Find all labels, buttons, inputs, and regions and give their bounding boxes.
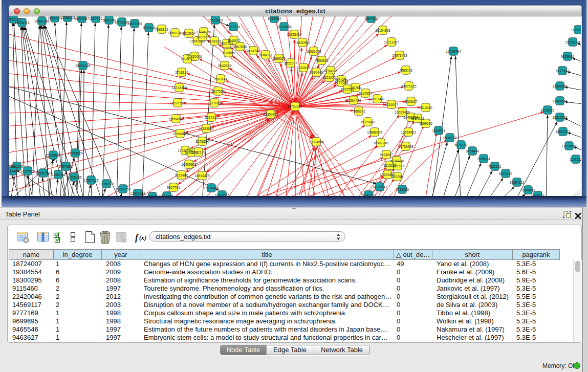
svg-text:1145194: 1145194 (52, 173, 65, 177)
svg-text:8454749: 8454749 (247, 49, 260, 53)
svg-text:12093852: 12093852 (552, 84, 568, 88)
svg-text:12213369: 12213369 (171, 86, 187, 90)
svg-text:9227342: 9227342 (556, 69, 569, 73)
svg-text:19218506: 19218506 (276, 25, 292, 29)
svg-text:10973493: 10973493 (392, 54, 407, 57)
svg-text:19654982: 19654982 (168, 117, 184, 121)
svg-text:12444154: 12444154 (552, 99, 568, 103)
svg-text:3267110: 3267110 (205, 116, 218, 119)
svg-text:2742120: 2742120 (192, 150, 205, 154)
svg-text:18640910: 18640910 (295, 41, 310, 45)
svg-text:9329966: 9329966 (561, 55, 574, 58)
svg-text:5984221: 5984221 (411, 117, 424, 120)
svg-text:f: f (135, 232, 139, 243)
svg-text:2718126: 2718126 (175, 71, 188, 74)
svg-text:1527602: 1527602 (89, 17, 102, 20)
svg-text:9857791: 9857791 (167, 186, 180, 189)
svg-text:9327505: 9327505 (220, 42, 233, 46)
svg-text:7485003: 7485003 (399, 69, 412, 72)
svg-text:11353594: 11353594 (199, 127, 214, 130)
svg-text:6466160: 6466160 (102, 18, 116, 22)
svg-text:1167533: 1167533 (569, 158, 581, 161)
svg-text:18907249: 18907249 (373, 141, 388, 145)
svg-text:1327506: 1327506 (196, 35, 209, 39)
svg-text:15716485: 15716485 (204, 186, 219, 190)
svg-text:9448514: 9448514 (531, 194, 545, 196)
svg-text:1640954: 1640954 (432, 129, 445, 133)
svg-text:3822037: 3822037 (284, 61, 297, 65)
svg-text:1733426: 1733426 (396, 188, 409, 191)
svg-text:16648784: 16648784 (446, 50, 461, 53)
svg-text:16154808: 16154808 (375, 29, 390, 32)
svg-text:2367608: 2367608 (233, 45, 247, 49)
svg-text:15751074: 15751074 (565, 40, 580, 44)
svg-text:16409948: 16409948 (181, 163, 197, 166)
svg-text:7663822: 7663822 (155, 28, 168, 31)
svg-text:20691406: 20691406 (34, 19, 50, 23)
svg-text:19756928: 19756928 (398, 145, 413, 148)
svg-text:16543352: 16543352 (190, 39, 205, 43)
svg-text:11156829: 11156829 (20, 169, 35, 173)
svg-text:9474444: 9474444 (466, 149, 479, 153)
svg-text:17957225: 17957225 (83, 179, 99, 182)
svg-text:9384067: 9384067 (380, 153, 393, 157)
svg-text:25300275: 25300275 (263, 113, 278, 116)
svg-text:8471676: 8471676 (499, 172, 512, 176)
svg-text:10921344: 10921344 (145, 195, 160, 196)
svg-text:10958107: 10958107 (99, 182, 114, 186)
svg-text:7357224: 7357224 (227, 25, 240, 29)
svg-text:1546972: 1546972 (227, 39, 241, 42)
svg-text:6497568: 6497568 (341, 87, 354, 91)
svg-text:3881500: 3881500 (10, 165, 24, 168)
svg-text:14242217: 14242217 (361, 193, 376, 196)
svg-text:10654112: 10654112 (510, 181, 525, 184)
svg-text:7515526: 7515526 (142, 26, 156, 30)
svg-text:10975857: 10975857 (58, 165, 74, 168)
svg-text:11325419: 11325419 (287, 33, 302, 36)
svg-text:9110295: 9110295 (160, 194, 173, 196)
svg-text:12942757: 12942757 (35, 171, 51, 175)
svg-text:12505135: 12505135 (67, 176, 82, 179)
svg-text:16191115: 16191115 (215, 193, 230, 196)
svg-text:20053346: 20053346 (75, 64, 91, 68)
svg-text:6216007: 6216007 (385, 103, 398, 106)
svg-text:12968113: 12968113 (60, 16, 75, 19)
svg-text:2687682: 2687682 (364, 17, 378, 20)
svg-text:8660124: 8660124 (168, 31, 182, 35)
svg-text:16210643: 16210643 (552, 116, 568, 119)
svg-text:10807487: 10807487 (369, 97, 385, 101)
svg-text:16671355: 16671355 (127, 22, 142, 26)
svg-text:8938923: 8938923 (443, 136, 456, 140)
svg-text:1362615: 1362615 (297, 66, 310, 70)
svg-text:16033809: 16033809 (208, 18, 223, 22)
svg-text:6794028: 6794028 (324, 69, 337, 73)
svg-text:19654923: 19654923 (401, 130, 416, 134)
svg-text:13226058: 13226058 (196, 30, 211, 34)
svg-text:19166825: 19166825 (172, 132, 188, 136)
svg-text:15692971: 15692971 (555, 130, 571, 134)
svg-text:10653267: 10653267 (74, 17, 90, 20)
svg-text:2803144: 2803144 (214, 77, 227, 81)
svg-text:16961758: 16961758 (306, 50, 321, 53)
svg-text:19384554: 19384554 (309, 140, 324, 144)
svg-text:15720407: 15720407 (360, 120, 376, 124)
svg-text:16120746: 16120746 (389, 159, 404, 163)
svg-text:7625402: 7625402 (175, 173, 188, 177)
svg-text:8912954: 8912954 (182, 32, 195, 35)
svg-text:9242848: 9242848 (218, 64, 231, 68)
svg-text:10107553: 10107553 (170, 101, 185, 105)
svg-text:12213367: 12213367 (384, 40, 399, 44)
svg-text:18724007: 18724007 (287, 105, 302, 108)
svg-text:3624554: 3624554 (359, 92, 372, 95)
svg-text:1217006: 1217006 (208, 101, 221, 105)
svg-text:8990448: 8990448 (310, 71, 323, 74)
svg-text:8186328: 8186328 (208, 39, 221, 43)
svg-text:17016504: 17016504 (561, 144, 577, 148)
svg-text:9699695: 9699695 (419, 122, 432, 125)
svg-text:12923468: 12923468 (130, 192, 145, 195)
svg-text:2935114: 2935114 (477, 157, 490, 161)
svg-text:9463627: 9463627 (404, 100, 418, 103)
svg-text:8427552: 8427552 (211, 90, 225, 93)
svg-text:1621072: 1621072 (322, 76, 336, 79)
svg-text:21364436: 21364436 (346, 99, 361, 102)
